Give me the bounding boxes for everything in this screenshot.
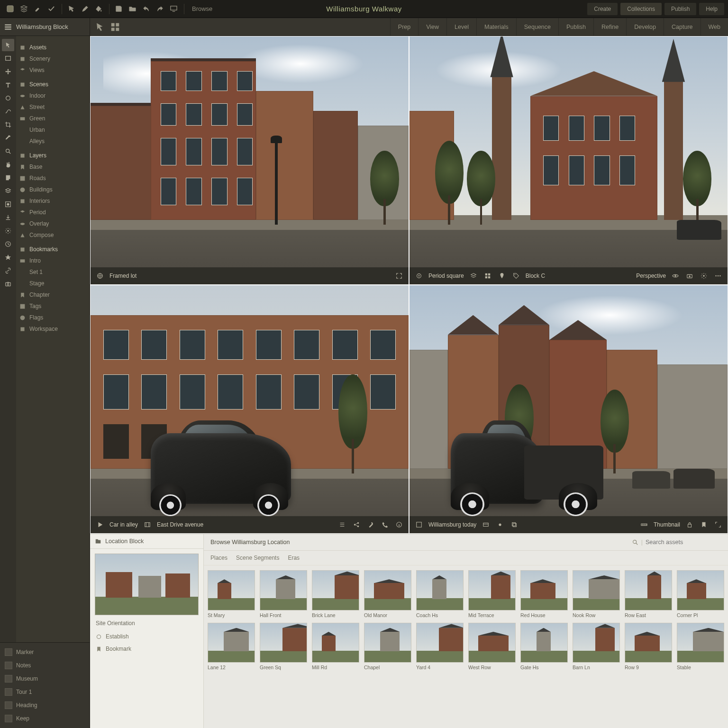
thumb-7[interactable]: Nook Row xyxy=(573,570,620,618)
side-item-2-3[interactable]: Interiors xyxy=(16,195,90,207)
viewport-cell-2[interactable]: Period square Block C Perspective xyxy=(409,36,728,285)
ruler-icon[interactable] xyxy=(639,520,649,529)
bookmark-icon[interactable] xyxy=(699,520,709,529)
tool-export[interactable] xyxy=(2,211,14,224)
eye-icon[interactable] xyxy=(671,271,680,281)
tool-mask[interactable] xyxy=(2,198,14,210)
thumb-16[interactable]: Gate Hs xyxy=(520,623,568,671)
side-group-3[interactable]: Bookmarks xyxy=(16,244,90,255)
tool-star[interactable] xyxy=(2,251,14,264)
thumb-9[interactable]: Corner Pl xyxy=(677,570,724,618)
browser-left-row-1[interactable]: Bookmark xyxy=(90,643,203,655)
leftlow-0[interactable]: Marker xyxy=(0,646,90,659)
brush-icon[interactable] xyxy=(31,3,44,15)
tool-zoom[interactable] xyxy=(2,145,14,157)
browser-left-thumb[interactable] xyxy=(95,554,199,615)
lock-icon[interactable] xyxy=(685,520,694,529)
leftlow-3[interactable]: Tour 1 xyxy=(0,685,90,699)
expand-icon[interactable] xyxy=(394,271,404,281)
crumb-tab-1[interactable]: View xyxy=(418,18,446,36)
thumb-8[interactable]: Row East xyxy=(625,570,672,618)
crumb-tab-4[interactable]: Sequence xyxy=(516,18,558,36)
tool-move[interactable] xyxy=(2,65,14,78)
crumb-tab-2[interactable]: Level xyxy=(446,18,476,36)
thumb-19[interactable]: Stable xyxy=(677,623,724,671)
fullscreen-icon[interactable] xyxy=(713,520,723,529)
viewport-cell-4[interactable]: Williamsburg today Thumbnail xyxy=(409,285,728,534)
more-icon[interactable] xyxy=(713,271,723,281)
top-btn-help[interactable]: Help xyxy=(699,3,724,15)
side-item-2-1[interactable]: Roads xyxy=(16,173,90,184)
top-btn-publish[interactable]: Publish xyxy=(664,3,696,15)
side-group-1[interactable]: Scenes xyxy=(16,79,90,90)
dot-icon[interactable] xyxy=(495,520,505,529)
crumb-tab-7[interactable]: Develop xyxy=(626,18,664,36)
stack-icon[interactable] xyxy=(510,520,519,529)
crumb-tab-8[interactable]: Capture xyxy=(664,18,700,36)
thumb-13[interactable]: Chapel xyxy=(364,623,411,671)
wrench-icon[interactable] xyxy=(366,520,375,529)
side-item-1-1[interactable]: Street xyxy=(16,101,90,113)
top-btn-collections[interactable]: Collections xyxy=(620,3,662,15)
thumb-17[interactable]: Barn Ln xyxy=(573,623,620,671)
thumb-11[interactable]: Green Sq xyxy=(260,623,307,671)
pen-icon[interactable] xyxy=(79,3,91,15)
app-icon[interactable] xyxy=(4,3,16,15)
tool-cog[interactable] xyxy=(2,225,14,237)
viewport-cell-3[interactable]: Car in alley East Drive avenue xyxy=(90,285,409,534)
info-icon[interactable] xyxy=(394,520,404,529)
crumb-tab-6[interactable]: Refine xyxy=(593,18,626,36)
crumb-tab-0[interactable]: Prep xyxy=(390,18,418,36)
thumb-3[interactable]: Old Manor xyxy=(364,570,411,618)
side-item-1-0[interactable]: Indoor xyxy=(16,90,90,101)
share-icon[interactable] xyxy=(352,520,361,529)
side-item-3-6[interactable]: Workspace xyxy=(16,323,90,335)
globe-icon[interactable] xyxy=(95,271,105,281)
thumb-14[interactable]: Yard 4 xyxy=(416,623,464,671)
crumb-tab-9[interactable]: Web xyxy=(701,18,728,36)
save-icon[interactable] xyxy=(112,3,125,15)
film-icon[interactable] xyxy=(143,520,152,529)
browser-left-row-0[interactable]: Establish xyxy=(90,630,203,643)
thumb-4[interactable]: Coach Hs xyxy=(416,570,464,618)
top-btn-create[interactable]: Create xyxy=(587,3,618,15)
side-item-3-5[interactable]: Flags xyxy=(16,312,90,323)
side-group-2[interactable]: Layers xyxy=(16,150,90,161)
bucket-icon[interactable] xyxy=(92,3,105,15)
crumb-tab-5[interactable]: Publish xyxy=(558,18,593,36)
redo-icon[interactable] xyxy=(154,3,166,15)
thumb-1[interactable]: Hall Front xyxy=(260,570,307,618)
side-item-1-4[interactable]: Alleys xyxy=(16,136,90,147)
tool-note[interactable] xyxy=(2,172,14,184)
cursor-icon[interactable] xyxy=(65,3,77,15)
hamburger-icon[interactable] xyxy=(4,23,12,31)
pointer-icon[interactable] xyxy=(95,22,105,32)
thumb-18[interactable]: Row 9 xyxy=(625,623,672,671)
seg-1[interactable]: Scene Segments xyxy=(236,555,279,561)
leftlow-1[interactable]: Notes xyxy=(0,659,90,672)
thumb-2[interactable]: Brick Lane xyxy=(312,570,359,618)
thumb-6[interactable]: Red House xyxy=(520,570,568,618)
tool-path[interactable] xyxy=(2,105,14,118)
side-item-2-4[interactable]: Period xyxy=(16,207,90,218)
folder-icon[interactable] xyxy=(126,3,138,15)
grid-small-icon[interactable] xyxy=(483,271,492,281)
frame-icon[interactable] xyxy=(414,520,424,529)
cog-small-icon[interactable] xyxy=(699,271,709,281)
cam-icon[interactable] xyxy=(685,271,694,281)
layers-icon[interactable] xyxy=(18,3,30,15)
tool-link[interactable] xyxy=(2,264,14,277)
viewport-cell-1[interactable]: Framed lot xyxy=(90,36,409,285)
side-item-0-0[interactable]: Scenery xyxy=(16,53,90,64)
side-item-1-3[interactable]: Urban xyxy=(16,124,90,136)
thumb-15[interactable]: West Row xyxy=(468,623,516,671)
target-icon[interactable] xyxy=(414,271,424,281)
side-item-3-4[interactable]: Tags xyxy=(16,300,90,312)
check-icon[interactable] xyxy=(45,3,57,15)
view-icon[interactable] xyxy=(481,520,491,529)
side-item-2-0[interactable]: Base xyxy=(16,161,90,173)
pin-icon[interactable] xyxy=(497,271,507,281)
side-item-3-0[interactable]: Intro xyxy=(16,255,90,266)
layers-small-icon[interactable] xyxy=(469,271,478,281)
screen-icon[interactable] xyxy=(167,3,180,15)
